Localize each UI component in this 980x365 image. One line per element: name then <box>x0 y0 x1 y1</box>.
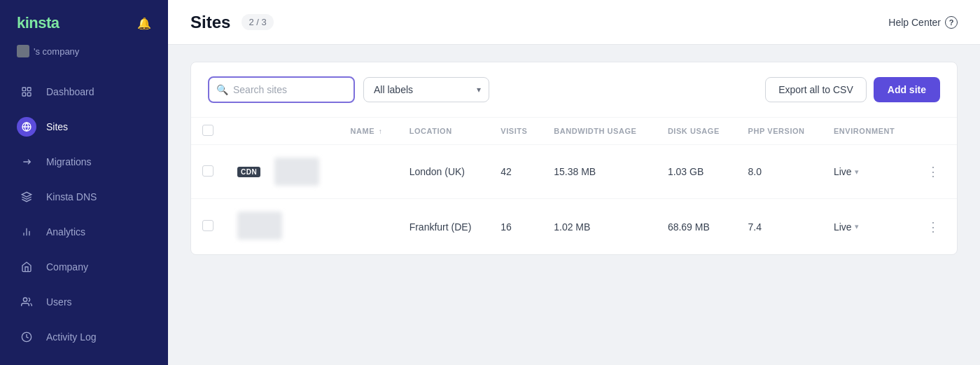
sites-panel: 🔍 All labels ▾ Export all to CSV Add sit… <box>190 62 958 255</box>
table-row: Frankfurt (DE) 16 1.02 MB 68.69 MB 7.4 L… <box>191 199 957 255</box>
toolbar-actions: Export all to CSV Add site <box>765 77 940 102</box>
toolbar: 🔍 All labels ▾ Export all to CSV Add sit… <box>191 62 957 117</box>
row-name-cell[interactable] <box>339 199 398 255</box>
row-checkbox-cell <box>191 145 226 199</box>
row-checkbox[interactable] <box>202 220 214 231</box>
search-input[interactable] <box>208 76 355 103</box>
row-php-cell: 7.4 <box>737 199 822 255</box>
svg-rect-1 <box>27 88 31 91</box>
sites-icon <box>17 117 36 137</box>
select-all-checkbox[interactable] <box>202 125 214 136</box>
help-center-button[interactable]: Help Center ? <box>888 16 958 29</box>
row-bandwidth-cell: 1.02 MB <box>542 199 657 255</box>
chevron-down-icon: ▾ <box>855 222 859 231</box>
sidebar-item-label: Migrations <box>46 156 92 167</box>
row-more-cell: ⋮ <box>913 145 957 199</box>
sidebar-item-migrations[interactable]: Migrations <box>0 144 168 179</box>
sidebar-item-label: Sites <box>46 121 68 132</box>
svg-point-5 <box>23 298 27 301</box>
activity-icon <box>17 327 36 347</box>
content-area: 🔍 All labels ▾ Export all to CSV Add sit… <box>168 45 980 365</box>
company-name-label: 's company <box>34 46 79 57</box>
col-checkbox <box>191 118 226 145</box>
sidebar-item-activity-log[interactable]: Activity Log <box>0 319 168 354</box>
sidebar-item-company[interactable]: Company <box>0 249 168 284</box>
row-location-cell: London (UK) <box>398 145 490 199</box>
company-row: 's company <box>0 41 168 69</box>
sidebar-item-sites[interactable]: Sites <box>0 109 168 144</box>
col-name: NAME ↑ <box>339 118 398 145</box>
svg-rect-0 <box>22 88 26 91</box>
col-env: ENVIRONMENT <box>822 118 913 145</box>
row-visits-cell: 42 <box>489 145 542 199</box>
col-actions <box>913 118 957 145</box>
logo: kinsta <box>17 14 59 32</box>
export-csv-button[interactable]: Export all to CSV <box>765 77 867 102</box>
row-checkbox-cell <box>191 199 226 255</box>
col-visits: VISITS <box>489 118 542 145</box>
nav-menu: Dashboard Sites Migrations Kinsta DNS <box>0 69 168 360</box>
help-icon: ? <box>945 16 958 29</box>
help-center-label: Help Center <box>888 17 941 28</box>
sidebar-item-users[interactable]: Users <box>0 284 168 319</box>
row-env-cell: Live ▾ <box>822 199 913 255</box>
sidebar-item-label: Kinsta DNS <box>46 191 97 202</box>
analytics-icon <box>17 222 36 242</box>
row-location-cell: Frankfurt (DE) <box>398 199 490 255</box>
row-php-cell: 8.0 <box>737 145 822 199</box>
col-thumbnail <box>226 118 339 145</box>
col-php: PHP VERSION <box>737 118 822 145</box>
sidebar-header: kinsta 🔔 <box>0 0 168 41</box>
col-disk: DISK USAGE <box>657 118 737 145</box>
more-options-icon[interactable]: ⋮ <box>924 162 942 181</box>
company-icon <box>17 257 36 277</box>
svg-rect-3 <box>27 92 31 96</box>
users-icon <box>17 292 36 312</box>
chevron-down-icon: ▾ <box>855 167 859 177</box>
table-row: CDN London (UK) 42 15.38 MB 1.03 GB 8.0 <box>191 145 957 199</box>
dns-icon <box>17 187 36 207</box>
env-select[interactable]: Live ▾ <box>834 221 902 233</box>
col-location: LOCATION <box>398 118 490 145</box>
main-content: Sites 2 / 3 Help Center ? 🔍 All labels ▾ <box>168 0 980 365</box>
company-avatar <box>17 45 29 57</box>
sidebar-item-label: Dashboard <box>46 86 94 97</box>
row-bandwidth-cell: 15.38 MB <box>542 145 657 199</box>
row-thumb-cell <box>226 199 339 255</box>
label-filter-select[interactable]: All labels <box>363 77 489 102</box>
more-options-icon[interactable]: ⋮ <box>924 217 942 237</box>
row-checkbox[interactable] <box>202 165 214 177</box>
svg-rect-2 <box>22 92 26 96</box>
row-env-cell: Live ▾ <box>822 145 913 199</box>
site-count-badge: 2 / 3 <box>241 14 273 30</box>
sidebar-item-label: Company <box>46 261 88 273</box>
sites-table: NAME ↑ LOCATION VISITS BANDWIDTH USAGE D… <box>191 117 957 254</box>
row-visits-cell: 16 <box>489 199 542 255</box>
page-header: Sites 2 / 3 Help Center ? <box>168 0 980 45</box>
add-site-button[interactable]: Add site <box>874 77 940 102</box>
search-wrap: 🔍 <box>208 76 355 103</box>
cdn-badge: CDN <box>237 167 260 177</box>
sidebar-item-label: Users <box>46 296 72 308</box>
sort-icon: ↑ <box>379 128 383 135</box>
label-filter-wrap: All labels ▾ <box>363 77 489 102</box>
sidebar-item-kinsta-dns[interactable]: Kinsta DNS <box>0 179 168 214</box>
table-header-row: NAME ↑ LOCATION VISITS BANDWIDTH USAGE D… <box>191 118 957 145</box>
notification-bell-icon[interactable]: 🔔 <box>137 17 151 30</box>
migrations-icon <box>17 152 36 172</box>
row-disk-cell: 68.69 MB <box>657 199 737 255</box>
row-more-cell: ⋮ <box>913 199 957 255</box>
row-thumb-cell: CDN <box>226 145 339 199</box>
site-thumbnail <box>237 212 282 240</box>
sidebar-item-label: Activity Log <box>46 331 97 343</box>
sidebar-item-label: Analytics <box>46 226 85 237</box>
sidebar-item-dashboard[interactable]: Dashboard <box>0 74 168 109</box>
env-select[interactable]: Live ▾ <box>834 166 902 177</box>
site-thumbnail <box>274 158 319 186</box>
row-name-cell[interactable] <box>339 145 398 199</box>
col-bandwidth: BANDWIDTH USAGE <box>542 118 657 145</box>
page-title: Sites <box>190 13 230 32</box>
dashboard-icon <box>17 82 36 102</box>
row-disk-cell: 1.03 GB <box>657 145 737 199</box>
sidebar-item-analytics[interactable]: Analytics <box>0 214 168 249</box>
